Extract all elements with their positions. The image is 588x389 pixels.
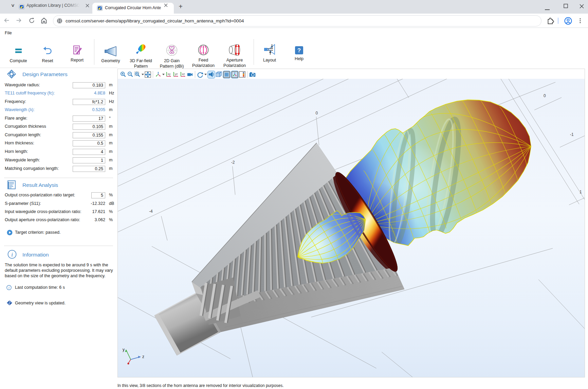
svg-text:-2: -2 xyxy=(231,160,235,165)
svg-text:xz: xz xyxy=(182,72,185,76)
svg-text:yz: yz xyxy=(175,72,178,76)
svg-text:xy: xy xyxy=(168,72,171,76)
svg-text:-1: -1 xyxy=(570,132,574,137)
svg-text:i: i xyxy=(11,251,13,258)
svg-text:i: i xyxy=(8,286,10,289)
svg-text:-4: -4 xyxy=(149,209,153,214)
svg-text:0: 0 xyxy=(544,93,546,98)
svg-text:z: z xyxy=(142,354,144,359)
svg-text:0: 0 xyxy=(316,111,318,116)
svg-text:?: ? xyxy=(297,47,301,54)
svg-text:y: y xyxy=(123,347,125,352)
svg-text:1: 1 xyxy=(580,190,582,194)
